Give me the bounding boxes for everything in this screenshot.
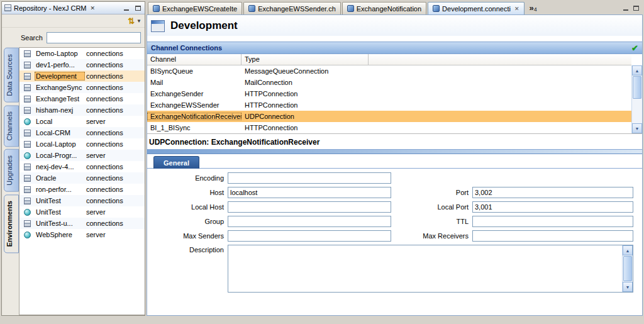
channel-row[interactable]: ExchangeSenderHTTPConnection bbox=[147, 88, 631, 99]
view-maximize-button[interactable] bbox=[133, 4, 142, 12]
detail-section-title: UDPConnection: ExchangeNotificationRecei… bbox=[147, 134, 642, 149]
scroll-up-button[interactable]: ▲ bbox=[632, 65, 642, 75]
item-type: connections bbox=[85, 61, 123, 69]
list-item[interactable]: Localserver bbox=[19, 116, 145, 127]
list-item[interactable]: Local-Laptopconnections bbox=[19, 138, 145, 150]
repository-view-title: Repository - NexJ CRM bbox=[14, 4, 87, 12]
connections-icon bbox=[24, 73, 31, 80]
item-name: nexj-dev-4... bbox=[35, 162, 85, 171]
form-row-max-senders: Max Senders Max Receivers bbox=[147, 230, 633, 242]
description-scrollbar[interactable]: ▲ ▼ bbox=[622, 245, 633, 292]
scroll-down-button[interactable]: ▼ bbox=[632, 123, 642, 133]
editor-tab[interactable]: ExchangeNotification bbox=[342, 2, 426, 14]
scroll-thumb[interactable] bbox=[623, 256, 632, 281]
view-close-icon[interactable]: ✕ bbox=[89, 5, 97, 11]
ttl-input[interactable] bbox=[472, 216, 633, 227]
list-item[interactable]: WebSphereserver bbox=[19, 229, 145, 240]
category-tab-environments[interactable]: Environments bbox=[4, 194, 19, 253]
local-port-input[interactable] bbox=[472, 201, 633, 213]
description-box: ▲ ▼ bbox=[228, 245, 633, 293]
list-item[interactable]: Local-Progr...server bbox=[19, 150, 145, 161]
connections-icon bbox=[24, 107, 31, 114]
search-label: Search bbox=[21, 34, 43, 42]
close-icon[interactable]: ✕ bbox=[514, 6, 519, 12]
channel-table: Channel Type BISyncQueueMessageQueueConn… bbox=[147, 54, 642, 134]
channel-connections-header: Channel Connections ✔ bbox=[147, 42, 642, 54]
view-menu-icon[interactable]: ▼ bbox=[136, 18, 142, 24]
item-name: ExchangeTest bbox=[35, 94, 85, 103]
editor-minimize-button[interactable] bbox=[621, 4, 630, 12]
form-row-host: Host Port bbox=[147, 187, 633, 198]
editor-tab-label: Development.connecti bbox=[442, 5, 511, 13]
list-item[interactable]: Oracleconnections bbox=[19, 172, 145, 184]
tab-general[interactable]: General bbox=[153, 156, 199, 169]
list-item[interactable]: ExchangeSyncconnections bbox=[19, 82, 145, 93]
list-item[interactable]: UnitTestconnections bbox=[19, 195, 145, 206]
list-item[interactable]: Local-CRMconnections bbox=[19, 127, 145, 138]
list-item[interactable]: dev1-perfo...connections bbox=[19, 59, 145, 70]
list-item[interactable]: ron-perfor...connections bbox=[19, 184, 145, 195]
item-name: dev1-perfo... bbox=[35, 60, 85, 69]
list-item[interactable]: ExchangeTestconnections bbox=[19, 93, 145, 104]
column-header-channel[interactable]: Channel bbox=[147, 54, 242, 65]
list-item[interactable]: Developmentconnections bbox=[19, 70, 145, 82]
description-textarea[interactable] bbox=[228, 245, 622, 292]
connections-icon bbox=[24, 164, 31, 170]
detail-separator bbox=[147, 149, 642, 154]
category-tab-channels[interactable]: Channels bbox=[4, 105, 19, 147]
item-name: Development bbox=[35, 72, 85, 81]
max-receivers-input[interactable] bbox=[472, 230, 633, 242]
editor-tab[interactable]: Development.connecti✕ bbox=[428, 2, 524, 14]
list-item[interactable]: hisham-nexjconnections bbox=[19, 104, 145, 116]
column-header-type[interactable]: Type bbox=[242, 54, 369, 65]
type-cell: UDPConnection bbox=[242, 113, 369, 120]
item-type: connections bbox=[85, 174, 123, 182]
port-input[interactable] bbox=[472, 187, 633, 198]
minimize-icon bbox=[623, 9, 628, 11]
item-name: Demo-Laptop bbox=[35, 49, 85, 58]
editor-tab-label: ExchangeNotification bbox=[357, 5, 421, 13]
category-tab-upgrades[interactable]: Upgrades bbox=[4, 149, 19, 192]
channel-row[interactable]: MailMailConnection bbox=[147, 77, 631, 88]
up-arrow-icon: ▲ bbox=[626, 249, 630, 253]
channel-row[interactable]: BI_1_BISyncHTTPConnection bbox=[147, 122, 631, 133]
down-arrow-icon: ▼ bbox=[626, 285, 630, 289]
table-scrollbar[interactable]: ▲ ▼ bbox=[631, 65, 642, 133]
channel-row[interactable]: BISyncQueueMessageQueueConnection bbox=[147, 65, 631, 77]
list-item[interactable]: UnitTestserver bbox=[19, 206, 145, 218]
scroll-up-button[interactable]: ▲ bbox=[623, 245, 633, 255]
scroll-track[interactable] bbox=[632, 75, 642, 123]
editor-tab[interactable]: ExchangeEWSSender.ch bbox=[243, 2, 341, 14]
item-type: server bbox=[85, 118, 106, 125]
editor-maximize-button[interactable] bbox=[631, 4, 640, 12]
repository-view-body: Data SourcesChannelsUpgradesEnvironments… bbox=[2, 47, 145, 315]
channel-cell: Mail bbox=[147, 79, 242, 86]
connections-icon bbox=[24, 186, 31, 193]
max-senders-input[interactable] bbox=[228, 230, 391, 242]
list-item[interactable]: Demo-Laptopconnections bbox=[19, 48, 145, 59]
list-item[interactable]: UnitTest-u...connections bbox=[19, 218, 145, 229]
list-item[interactable]: nexj-dev-4...connections bbox=[19, 161, 145, 172]
category-tab-data-sources[interactable]: Data Sources bbox=[4, 48, 19, 103]
hidden-tab-count: 4 bbox=[534, 6, 537, 13]
up-arrow-icon: ▲ bbox=[635, 69, 640, 73]
scroll-down-button[interactable]: ▼ bbox=[623, 282, 633, 292]
host-input[interactable] bbox=[228, 187, 391, 198]
scroll-track[interactable] bbox=[623, 255, 633, 282]
editor-tab-label: ExchangeEWSSender.ch bbox=[258, 5, 336, 13]
channel-row[interactable]: ExchangeEWSSenderHTTPConnection bbox=[147, 99, 631, 111]
editor-tab[interactable]: ExchangeEWSCreateIte bbox=[148, 2, 242, 14]
view-minimize-button[interactable] bbox=[122, 4, 131, 12]
description-label: Description bbox=[147, 245, 228, 254]
item-type: server bbox=[85, 152, 106, 159]
encoding-input[interactable] bbox=[228, 172, 391, 184]
tab-overflow-button[interactable]: » 4 bbox=[530, 3, 537, 13]
item-type: connections bbox=[85, 220, 123, 227]
channel-row[interactable]: ExchangeNotificationReceiverUDPConnectio… bbox=[147, 111, 631, 122]
local-host-input[interactable] bbox=[228, 201, 391, 213]
link-with-editor-icon[interactable]: ⇅ bbox=[128, 17, 135, 25]
group-input[interactable] bbox=[228, 216, 391, 227]
type-cell: HTTPConnection bbox=[242, 90, 369, 98]
scroll-thumb[interactable] bbox=[633, 76, 641, 99]
search-input[interactable] bbox=[47, 32, 141, 43]
